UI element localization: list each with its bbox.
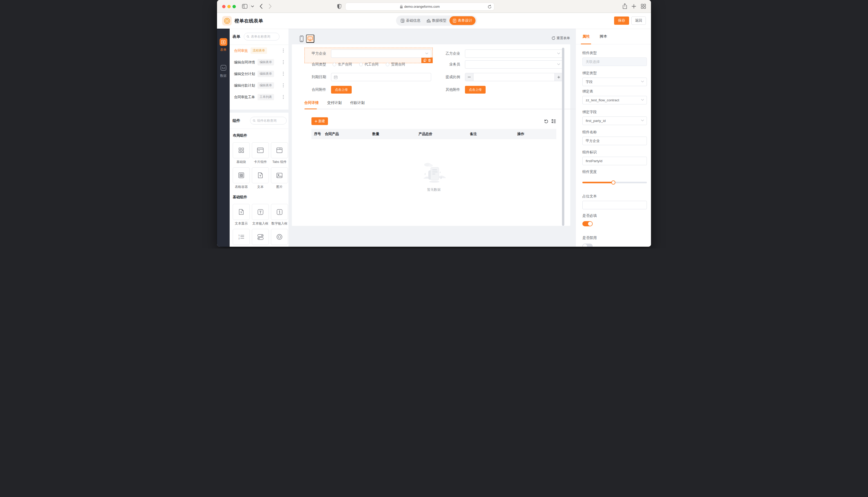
column-header: 合同产品 [325,132,372,136]
component-item-switch[interactable]: 开关组件 [252,229,269,247]
tab-script[interactable]: 脚本 [600,34,607,39]
component-name-input[interactable] [586,139,644,143]
component-item-basic-block[interactable]: 基础块 [233,142,250,164]
form-list-item[interactable]: 合同审批 流程表单 [230,45,288,56]
slider-thumb[interactable] [611,181,616,185]
component-id-input[interactable] [586,159,644,163]
form-icon [453,19,456,23]
lock-icon [400,5,403,9]
radio-production[interactable]: 生产合同 [333,62,352,67]
forward-button[interactable] [268,4,272,9]
undo-icon [544,119,548,123]
back-button-app[interactable]: 返回 [631,16,646,25]
tab-overview-button[interactable] [641,4,646,9]
card-icon [257,147,264,153]
reset-form-button[interactable]: 重置表单 [552,36,570,41]
layout-components-grid: 基础块 卡片组件 Tabs 组件 表格容器 [233,142,285,189]
kebab-icon [283,48,284,53]
radio-oem[interactable]: 代工合同 [359,62,378,67]
desktop-preview-button[interactable] [306,34,314,43]
tab-data-model[interactable]: 数据模型 [424,16,450,25]
table-refresh-button[interactable] [544,119,548,123]
radio-circle-icon [359,63,363,66]
component-item-text[interactable]: 文本 [252,167,269,189]
decrease-button[interactable] [465,73,473,81]
calendar-icon [334,75,337,79]
other-upload-button[interactable]: 点击上传 [465,86,486,94]
form-item-menu-button[interactable] [281,71,286,76]
component-item-image[interactable]: 图片 [271,167,288,189]
sidebar-chevron-down-icon[interactable] [251,5,254,8]
mobile-preview-button[interactable] [300,36,303,42]
basic-block-icon [238,147,244,153]
form-search-input[interactable] [251,35,277,39]
first-party-select[interactable] [331,49,431,58]
rail-item-forms[interactable]: 表单 [217,38,230,52]
commission-number-input[interactable] [465,73,563,81]
new-row-button[interactable]: 新建 [312,117,328,125]
form-list-item[interactable]: 编辑合同详情 编辑表单 [230,56,288,68]
save-button[interactable]: 保存 [614,16,629,25]
field-label-due-date: 到期日期 [304,75,326,80]
tab-properties[interactable]: 属性 [582,34,590,39]
sidebar-toggle-icon[interactable] [242,4,247,9]
privacy-shield-icon[interactable] [337,4,341,9]
share-button[interactable] [623,3,627,9]
tabs-layout-icon [276,147,283,153]
back-button[interactable] [260,4,263,9]
new-tab-button[interactable] [632,4,636,9]
form-list-item[interactable]: 编辑交付计划 编辑表单 [230,68,288,80]
component-item-number-input[interactable]: 数字输入框 [271,204,288,226]
second-party-select[interactable] [465,49,563,58]
component-width-slider[interactable] [582,181,647,185]
form-item-menu-button[interactable] [281,59,286,65]
component-id-input-wrap [582,157,647,165]
form-search-box [244,33,279,41]
form-item-menu-button[interactable] [281,48,286,53]
form-type-badge: 编辑表单 [258,82,274,89]
rail-item-data[interactable]: 数据 [217,65,230,78]
increase-button[interactable] [554,73,563,81]
binding-table-select[interactable]: zz_test_flow_contract [582,96,647,104]
form-list-item[interactable]: 编辑付款计划 编辑表单 [230,80,288,91]
tab-contract-detail[interactable]: 合同详情 [304,101,319,105]
component-item-number-range[interactable]: 12 数字范围... [233,229,250,247]
required-toggle[interactable] [582,221,593,226]
close-window-button[interactable] [222,5,225,8]
url-text: demo.orangeforms.com [404,5,440,9]
tab-payment-plan[interactable]: 付款计划 [350,101,364,105]
canvas-scrollbar[interactable] [562,48,564,226]
form-item-menu-button[interactable] [281,94,286,100]
tab-form-design[interactable]: 表单设计 [450,16,476,25]
browser-window: demo.orangeforms.com 橙单在线表单 基础信息 [217,0,651,247]
component-item-tabs[interactable]: Tabs 组件 [271,142,288,164]
number-input-value[interactable] [473,73,554,81]
table-header-row: 序号 合同产品 数量 产品总价 备注 操作 [312,129,556,139]
form-item-menu-button[interactable] [281,83,286,88]
tab-basic-info[interactable]: 基础信息 [398,16,424,25]
binding-type-select[interactable]: 字段 [582,77,647,86]
zoom-window-button[interactable] [233,5,236,8]
component-item-table-container[interactable]: 表格容器 [233,167,250,189]
tab-delivery-plan[interactable]: 交付计划 [327,101,342,105]
disabled-toggle[interactable] [582,244,593,247]
component-item-text-display[interactable]: 文本显示 [233,204,250,226]
address-bar[interactable]: demo.orangeforms.com [345,3,494,11]
component-item-text-input[interactable]: 文本输入框 [252,204,269,226]
form-canvas[interactable]: 甲方企业 乙方企业 [292,44,570,226]
salesman-select[interactable] [465,60,563,69]
minimize-window-button[interactable] [227,5,231,8]
component-item-card[interactable]: 卡片组件 [252,142,269,164]
table-sort-button[interactable] [551,119,556,123]
reload-button[interactable] [488,5,492,9]
component-search-input[interactable] [257,119,284,123]
form-list-item[interactable]: 合同审批工单 工单列表 [230,91,288,103]
placeholder-text-input[interactable] [586,203,644,207]
due-date-input[interactable] [331,73,431,81]
binding-field-select[interactable]: first_party_id [582,116,647,125]
component-item-radio[interactable]: 单选组件 [271,229,288,247]
field-label-contract-attachment: 合同附件 [304,87,326,92]
contract-upload-button[interactable]: 点击上传 [331,86,352,94]
radio-trade[interactable]: 贸易合同 [386,62,405,67]
chevron-down-icon [425,52,428,54]
